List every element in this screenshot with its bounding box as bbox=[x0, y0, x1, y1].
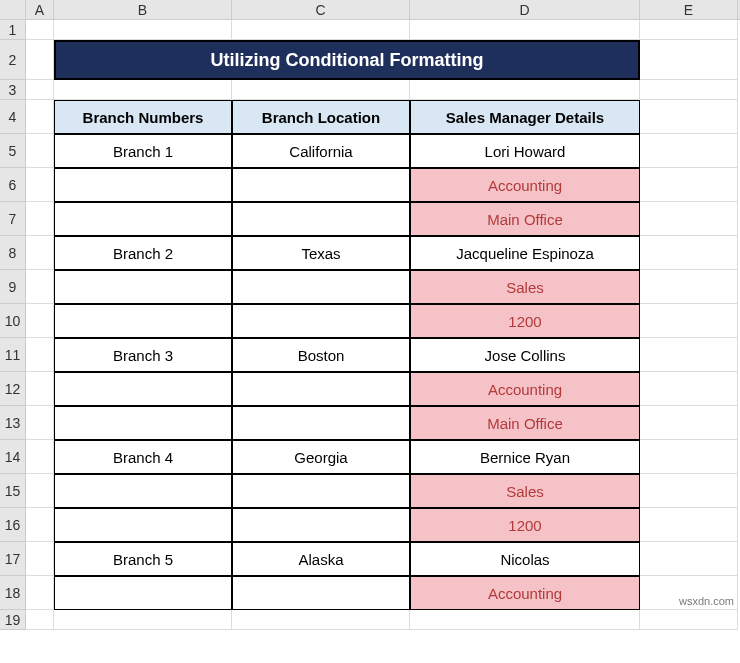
row-header-18[interactable]: 18 bbox=[0, 576, 25, 610]
cell-B3[interactable] bbox=[54, 80, 232, 100]
row-header-5[interactable]: 5 bbox=[0, 134, 25, 168]
cell-A14[interactable] bbox=[26, 440, 54, 474]
cell-E3[interactable] bbox=[640, 80, 738, 100]
cell-B9[interactable] bbox=[54, 270, 232, 304]
cell-D5[interactable]: Lori Howard bbox=[410, 134, 640, 168]
cell-C19[interactable] bbox=[232, 610, 410, 630]
cell-D12[interactable]: Accounting bbox=[410, 372, 640, 406]
cell-B12[interactable] bbox=[54, 372, 232, 406]
cell-B15[interactable] bbox=[54, 474, 232, 508]
cell-B14[interactable]: Branch 4 bbox=[54, 440, 232, 474]
row-header-1[interactable]: 1 bbox=[0, 20, 25, 40]
cell-B8[interactable]: Branch 2 bbox=[54, 236, 232, 270]
cell-E19[interactable] bbox=[640, 610, 738, 630]
cell-A16[interactable] bbox=[26, 508, 54, 542]
cell-E13[interactable] bbox=[640, 406, 738, 440]
cell-C12[interactable] bbox=[232, 372, 410, 406]
row-header-15[interactable]: 15 bbox=[0, 474, 25, 508]
cell-B6[interactable] bbox=[54, 168, 232, 202]
cell-B4[interactable]: Branch Numbers bbox=[54, 100, 232, 134]
cell-A12[interactable] bbox=[26, 372, 54, 406]
cell-E15[interactable] bbox=[640, 474, 738, 508]
cell-B17[interactable]: Branch 5 bbox=[54, 542, 232, 576]
row-header-16[interactable]: 16 bbox=[0, 508, 25, 542]
cell-B11[interactable]: Branch 3 bbox=[54, 338, 232, 372]
row-header-6[interactable]: 6 bbox=[0, 168, 25, 202]
cell-B1[interactable] bbox=[54, 20, 232, 40]
title-cell[interactable]: Utilizing Conditional Formatting bbox=[54, 40, 640, 80]
cell-C3[interactable] bbox=[232, 80, 410, 100]
cell-C9[interactable] bbox=[232, 270, 410, 304]
cell-D6[interactable]: Accounting bbox=[410, 168, 640, 202]
row-header-10[interactable]: 10 bbox=[0, 304, 25, 338]
cell-A3[interactable] bbox=[26, 80, 54, 100]
cell-C5[interactable]: California bbox=[232, 134, 410, 168]
cell-D4[interactable]: Sales Manager Details bbox=[410, 100, 640, 134]
cell-D14[interactable]: Bernice Ryan bbox=[410, 440, 640, 474]
col-header-D[interactable]: D bbox=[410, 0, 640, 19]
cell-A5[interactable] bbox=[26, 134, 54, 168]
row-header-7[interactable]: 7 bbox=[0, 202, 25, 236]
cell-B16[interactable] bbox=[54, 508, 232, 542]
cell-B5[interactable]: Branch 1 bbox=[54, 134, 232, 168]
cell-D1[interactable] bbox=[410, 20, 640, 40]
cell-E9[interactable] bbox=[640, 270, 738, 304]
cell-A13[interactable] bbox=[26, 406, 54, 440]
row-header-11[interactable]: 11 bbox=[0, 338, 25, 372]
cell-C1[interactable] bbox=[232, 20, 410, 40]
cell-A6[interactable] bbox=[26, 168, 54, 202]
cell-A17[interactable] bbox=[26, 542, 54, 576]
cell-A11[interactable] bbox=[26, 338, 54, 372]
cell-A7[interactable] bbox=[26, 202, 54, 236]
cell-A1[interactable] bbox=[26, 20, 54, 40]
cell-A4[interactable] bbox=[26, 100, 54, 134]
cell-E16[interactable] bbox=[640, 508, 738, 542]
cell-E12[interactable] bbox=[640, 372, 738, 406]
cell-C11[interactable]: Boston bbox=[232, 338, 410, 372]
cell-C15[interactable] bbox=[232, 474, 410, 508]
cell-B19[interactable] bbox=[54, 610, 232, 630]
cell-D8[interactable]: Jacqueline Espinoza bbox=[410, 236, 640, 270]
cell-B7[interactable] bbox=[54, 202, 232, 236]
cell-C10[interactable] bbox=[232, 304, 410, 338]
cell-C8[interactable]: Texas bbox=[232, 236, 410, 270]
grid[interactable]: Utilizing Conditional FormattingBranch N… bbox=[26, 20, 740, 663]
row-header-14[interactable]: 14 bbox=[0, 440, 25, 474]
cell-C17[interactable]: Alaska bbox=[232, 542, 410, 576]
cell-C14[interactable]: Georgia bbox=[232, 440, 410, 474]
cell-E14[interactable] bbox=[640, 440, 738, 474]
cell-D16[interactable]: 1200 bbox=[410, 508, 640, 542]
row-header-13[interactable]: 13 bbox=[0, 406, 25, 440]
cell-D18[interactable]: Accounting bbox=[410, 576, 640, 610]
cell-E2[interactable] bbox=[640, 40, 738, 80]
col-header-C[interactable]: C bbox=[232, 0, 410, 19]
cell-A8[interactable] bbox=[26, 236, 54, 270]
cell-C16[interactable] bbox=[232, 508, 410, 542]
cell-B10[interactable] bbox=[54, 304, 232, 338]
cell-D19[interactable] bbox=[410, 610, 640, 630]
cell-B18[interactable] bbox=[54, 576, 232, 610]
cell-D17[interactable]: Nicolas bbox=[410, 542, 640, 576]
cell-C13[interactable] bbox=[232, 406, 410, 440]
cell-A19[interactable] bbox=[26, 610, 54, 630]
cell-E7[interactable] bbox=[640, 202, 738, 236]
row-header-8[interactable]: 8 bbox=[0, 236, 25, 270]
cell-D3[interactable] bbox=[410, 80, 640, 100]
cell-C4[interactable]: Branch Location bbox=[232, 100, 410, 134]
cell-B13[interactable] bbox=[54, 406, 232, 440]
row-header-4[interactable]: 4 bbox=[0, 100, 25, 134]
row-header-9[interactable]: 9 bbox=[0, 270, 25, 304]
cell-E6[interactable] bbox=[640, 168, 738, 202]
row-header-2[interactable]: 2 bbox=[0, 40, 25, 80]
cell-D15[interactable]: Sales bbox=[410, 474, 640, 508]
cell-A18[interactable] bbox=[26, 576, 54, 610]
col-header-E[interactable]: E bbox=[640, 0, 738, 19]
cell-A10[interactable] bbox=[26, 304, 54, 338]
cell-E10[interactable] bbox=[640, 304, 738, 338]
cell-D13[interactable]: Main Office bbox=[410, 406, 640, 440]
col-header-B[interactable]: B bbox=[54, 0, 232, 19]
col-header-A[interactable]: A bbox=[26, 0, 54, 19]
cell-E1[interactable] bbox=[640, 20, 738, 40]
row-header-17[interactable]: 17 bbox=[0, 542, 25, 576]
cell-E17[interactable] bbox=[640, 542, 738, 576]
